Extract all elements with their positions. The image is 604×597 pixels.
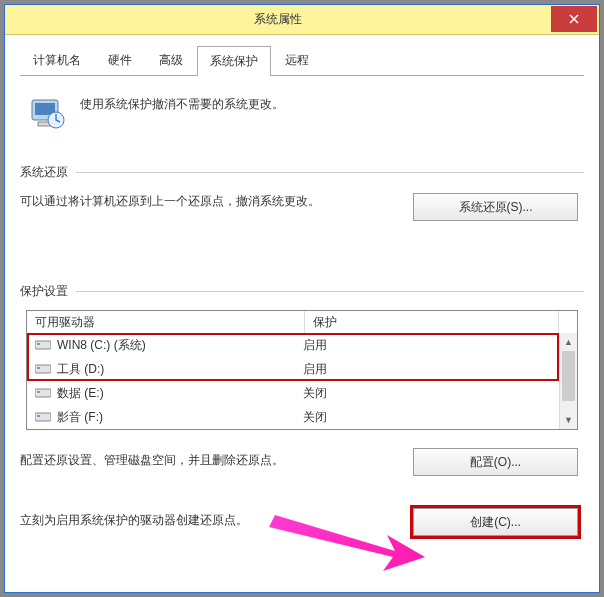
col-drive[interactable]: 可用驱动器 xyxy=(27,311,305,333)
intro-row: 使用系统保护撤消不需要的系统更改。 xyxy=(20,88,584,152)
tab-system-protection[interactable]: 系统保护 xyxy=(197,46,271,76)
drive-name: 影音 (F:) xyxy=(57,409,303,426)
section-protection-header: 保护设置 xyxy=(20,283,584,300)
create-desc: 立刻为启用系统保护的驱动器创建还原点。 xyxy=(20,506,248,530)
close-button[interactable] xyxy=(551,6,597,32)
scroll-down-icon[interactable]: ▼ xyxy=(560,411,577,429)
configure-button[interactable]: 配置(O)... xyxy=(413,448,578,476)
section-restore-label: 系统还原 xyxy=(20,164,68,181)
drive-row[interactable]: 数据 (E:) 关闭 xyxy=(27,381,577,405)
window-title: 系统属性 xyxy=(5,11,551,28)
system-properties-window: 系统属性 计算机名 硬件 高级 系统保护 远程 使用系统保护撤消不需要的系统更改… xyxy=(4,4,600,593)
configure-desc: 配置还原设置、管理磁盘空间，并且删除还原点。 xyxy=(20,446,284,470)
restore-desc: 可以通过将计算机还原到上一个还原点，撤消系统更改。 xyxy=(20,191,320,211)
section-protection-label: 保护设置 xyxy=(20,283,68,300)
tab-bar: 计算机名 硬件 高级 系统保护 远程 xyxy=(20,45,584,76)
intro-text: 使用系统保护撤消不需要的系统更改。 xyxy=(80,94,284,113)
divider xyxy=(76,291,584,292)
tab-computer-name[interactable]: 计算机名 xyxy=(20,45,94,75)
scroll-up-icon[interactable]: ▲ xyxy=(560,333,577,351)
drive-protection: 关闭 xyxy=(303,409,327,426)
create-row: 立刻为启用系统保护的驱动器创建还原点。 创建(C)... xyxy=(20,506,584,536)
scrollbar[interactable]: ▲ ▼ xyxy=(559,333,577,429)
close-icon xyxy=(569,14,579,24)
tab-advanced[interactable]: 高级 xyxy=(146,45,196,75)
system-restore-button[interactable]: 系统还原(S)... xyxy=(413,193,578,221)
configure-row: 配置还原设置、管理磁盘空间，并且删除还原点。 配置(O)... xyxy=(20,446,584,476)
section-restore-header: 系统还原 xyxy=(20,164,584,181)
create-button[interactable]: 创建(C)... xyxy=(413,508,578,536)
drive-row[interactable]: 影音 (F:) 关闭 xyxy=(27,405,577,429)
restore-row: 可以通过将计算机还原到上一个还原点，撤消系统更改。 系统还原(S)... xyxy=(20,191,584,221)
tab-remote[interactable]: 远程 xyxy=(272,45,322,75)
col-protection[interactable]: 保护 xyxy=(305,311,559,333)
system-protection-icon xyxy=(28,94,66,132)
drive-icon xyxy=(35,411,53,423)
tab-hardware[interactable]: 硬件 xyxy=(95,45,145,75)
drive-list-header: 可用驱动器 保护 xyxy=(27,311,577,333)
scroll-thumb[interactable] xyxy=(562,351,575,401)
drive-list: 可用驱动器 保护 WIN8 (C:) (系统) 启用 工具 (D:) 启用 数据 xyxy=(26,310,578,430)
svg-rect-9 xyxy=(37,391,40,393)
annotation-highlight-drives xyxy=(27,333,559,381)
drive-name: 数据 (E:) xyxy=(57,385,303,402)
drive-protection: 关闭 xyxy=(303,385,327,402)
svg-rect-11 xyxy=(37,415,40,417)
drive-icon xyxy=(35,387,53,399)
titlebar: 系统属性 xyxy=(5,5,599,35)
divider xyxy=(76,172,584,173)
col-scroll-spacer xyxy=(559,311,577,333)
content-area: 计算机名 硬件 高级 系统保护 远程 使用系统保护撤消不需要的系统更改。 系统还… xyxy=(5,35,599,592)
